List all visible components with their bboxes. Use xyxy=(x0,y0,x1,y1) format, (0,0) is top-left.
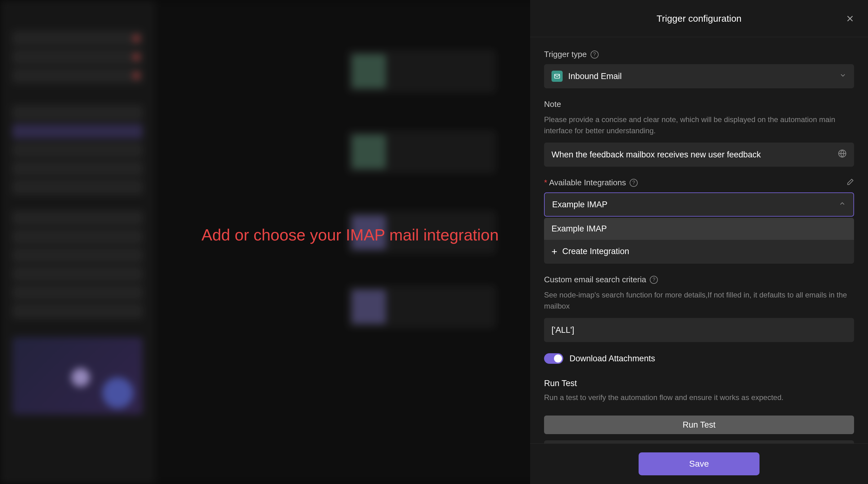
dropdown-option-example-imap[interactable]: Example IMAP xyxy=(544,218,854,240)
note-label: Note xyxy=(544,99,854,109)
search-criteria-description: See node-imap's search function for more… xyxy=(544,289,854,312)
chevron-down-icon xyxy=(839,72,847,81)
close-icon xyxy=(846,15,854,22)
run-test-button[interactable]: Run Test xyxy=(544,416,854,434)
help-icon[interactable]: ? xyxy=(630,179,638,187)
close-button[interactable] xyxy=(844,13,856,24)
partial-button[interactable] xyxy=(544,440,854,443)
integration-select[interactable]: Example IMAP xyxy=(544,192,854,217)
integration-dropdown: Example IMAP +Create Integration xyxy=(544,218,854,264)
trigger-config-panel: Trigger configuration Trigger type ? Inb… xyxy=(530,0,868,484)
inbox-icon xyxy=(552,71,563,82)
download-attachments-toggle[interactable] xyxy=(544,353,563,364)
trigger-type-select[interactable]: Inbound Email xyxy=(544,64,854,88)
trigger-type-label: Trigger type ? xyxy=(544,50,854,59)
panel-header: Trigger configuration xyxy=(530,0,868,37)
help-icon[interactable]: ? xyxy=(591,51,599,59)
save-button[interactable]: Save xyxy=(639,452,760,475)
trigger-type-value: Inbound Email xyxy=(568,72,622,81)
integrations-label: *Available Integrations ? xyxy=(544,178,638,188)
note-description: Please provide a concise and clear note,… xyxy=(544,114,854,136)
download-attachments-label: Download Attachments xyxy=(569,354,655,363)
panel-title: Trigger configuration xyxy=(657,13,742,24)
plus-icon: + xyxy=(552,246,557,257)
edit-icon[interactable] xyxy=(846,178,854,188)
note-input[interactable]: When the feedback mailbox receives new u… xyxy=(544,142,854,167)
run-test-title: Run Test xyxy=(544,379,854,388)
search-criteria-input[interactable]: ['ALL'] xyxy=(544,318,854,342)
panel-footer: Save xyxy=(530,443,868,484)
search-criteria-label: Custom email search criteria ? xyxy=(544,275,854,285)
globe-icon[interactable] xyxy=(838,149,847,160)
dropdown-option-create[interactable]: +Create Integration xyxy=(544,240,854,264)
help-icon[interactable]: ? xyxy=(650,276,658,284)
run-test-description: Run a test to verify the automation flow… xyxy=(544,392,854,403)
annotation-text: Add or choose your IMAP mail integration xyxy=(202,226,499,244)
panel-body: Trigger type ? Inbound Email Note Please… xyxy=(530,37,868,443)
chevron-up-icon xyxy=(839,200,846,209)
integration-value: Example IMAP xyxy=(552,200,608,209)
